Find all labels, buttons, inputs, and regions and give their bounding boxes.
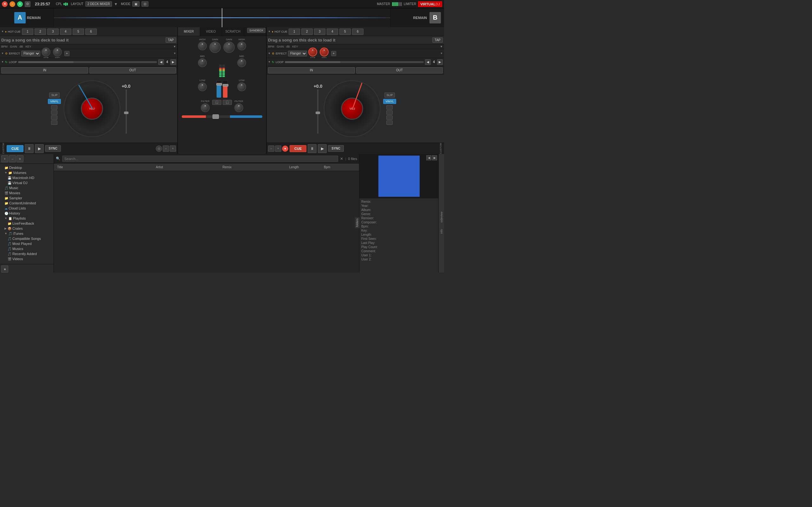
hp-btn-b[interactable]: 🎧 [223, 100, 232, 105]
plus-btn-a[interactable]: + [170, 146, 176, 152]
sidebar-item-playlists[interactable]: ▼ 📋 Playlists [0, 216, 54, 221]
loop-slider-a[interactable] [18, 61, 157, 63]
artwork-prev[interactable]: ◀ [426, 155, 432, 160]
minus-btn-a[interactable]: – [163, 146, 169, 152]
sidebar-item-contentunlimited[interactable]: 📁 ContentUnlimited [0, 201, 54, 206]
custom-label-a[interactable]: CUSTOM [1, 143, 5, 154]
cue-btn-5-b[interactable]: 5 [339, 29, 351, 35]
pause-button-b[interactable]: ⏸ [308, 144, 316, 153]
search-icon[interactable]: 🔍 [56, 157, 60, 161]
loop-slider-b[interactable] [285, 61, 424, 63]
vol-handle-b[interactable] [223, 84, 229, 87]
tab-video[interactable]: VIDEO [200, 27, 222, 36]
low-knob-a[interactable] [198, 82, 207, 91]
sidebar-item-sampler[interactable]: 📁 Sampler [0, 195, 54, 201]
mid-knob-b[interactable] [237, 58, 246, 67]
mode-button-1[interactable]: ▣ [132, 1, 140, 7]
cue-btn-2-a[interactable]: 2 [35, 29, 46, 35]
maximize-button[interactable]: + [17, 1, 23, 7]
record-btn-b[interactable]: ● [282, 146, 288, 152]
sidebar-item-videos[interactable]: 🎬 Videos [0, 257, 54, 262]
tap-button-a[interactable]: TAP [165, 38, 176, 43]
sidebar-item-recentlyadded[interactable]: 🎵 Recently Added [0, 251, 54, 257]
sidebar-item-movies[interactable]: 🎬 Movies [0, 190, 54, 195]
hp-btn-a[interactable]: 🎧 [212, 100, 221, 105]
cue-btn-6-a[interactable]: 6 [85, 29, 97, 35]
sandbox-button[interactable]: SANDBOX [247, 28, 265, 33]
out-button-b[interactable]: OUT [356, 67, 443, 73]
effect-select-a[interactable]: Flanger [21, 51, 40, 56]
slip-button-a[interactable]: SLIP [49, 93, 60, 98]
sidebar-item-volumes[interactable]: ▼ 📁 Volumes [0, 170, 54, 175]
col-header-artist[interactable]: Artist [154, 165, 221, 169]
deck-mode-arrow[interactable]: ▼ [114, 2, 118, 6]
minimize-button[interactable]: – [9, 1, 15, 7]
out-button-a[interactable]: OUT [90, 67, 176, 73]
small-btn-b-2[interactable] [386, 110, 393, 115]
small-btn-b-4[interactable] [386, 120, 393, 125]
sidebar-item-macintosh[interactable]: 💾 Macintosh HD [0, 175, 54, 180]
vol-fader-b[interactable] [223, 80, 228, 98]
add-effect-a[interactable]: + [64, 51, 69, 56]
sidebar-item-history[interactable]: 🕐 History [0, 211, 54, 216]
spd-knob-a[interactable]: SPD [53, 48, 62, 59]
pause-button-a[interactable]: ⏸ [25, 144, 34, 153]
settings-icon[interactable]: ⚙ [25, 1, 31, 7]
xfader-handle[interactable] [212, 114, 219, 119]
key-arrow-b[interactable]: ▼ [440, 45, 443, 48]
filter-knob-a[interactable] [201, 103, 210, 112]
loop-icon-btn-a[interactable]: ◎ [156, 146, 162, 152]
effect-arrow-b[interactable]: ▼ [440, 52, 443, 55]
high-knob-a[interactable] [198, 42, 207, 50]
expand-effect-a[interactable]: ▼ [1, 52, 4, 55]
pitch-track-b[interactable] [317, 89, 318, 134]
sidebar-item-musics[interactable]: 🎵 Musics [0, 246, 54, 251]
tab-scratch[interactable]: SCRATCH [222, 27, 244, 36]
sidebar-item-crates[interactable]: ▶ 📦 Crates [0, 226, 54, 231]
deck-mode-button[interactable]: 2 DECK MIXER [85, 1, 112, 7]
col-header-title[interactable]: Title [56, 165, 154, 169]
turntable-a[interactable]: VDJ [63, 80, 120, 137]
play-button-b[interactable]: ▶ [318, 144, 327, 153]
tap-button-b[interactable]: TAP [432, 38, 443, 43]
loop-next-a[interactable]: ▶ [170, 59, 176, 65]
str-knob-a[interactable]: STR [42, 48, 50, 59]
in-button-a[interactable]: IN [1, 67, 88, 73]
vinyl-button-b[interactable]: VINYL [383, 99, 396, 104]
waveform-center[interactable] [54, 8, 390, 27]
vol-handle-a[interactable] [216, 83, 222, 86]
sidebar-filter-btn[interactable]: ≡ [16, 155, 23, 162]
sidebar-add-btn[interactable]: + [1, 155, 8, 162]
sidebar-item-mostplayed[interactable]: 🎵 Most Played [0, 241, 54, 246]
sync-button-a[interactable]: SYNC [45, 145, 61, 152]
sidebar-item-cloudlists[interactable]: ☁ Cloud Lists [0, 206, 54, 211]
mid-knob-a[interactable] [198, 58, 207, 67]
col-header-bpm[interactable]: Bpm [322, 165, 357, 169]
xfader-track[interactable] [182, 115, 262, 118]
col-header-length[interactable]: Length [288, 165, 322, 169]
vinyl-button-a[interactable]: VINYL [48, 99, 61, 104]
small-btn-b-3[interactable] [386, 115, 393, 120]
small-btn-a-4[interactable] [51, 120, 57, 125]
low-knob-b[interactable] [237, 82, 246, 91]
sidebar-arrow-btn[interactable]: → [9, 155, 16, 162]
cue-btn-3-a[interactable]: 3 [47, 29, 59, 35]
mode-button-2[interactable]: ⊡ [142, 1, 148, 7]
pitch-track-a[interactable] [125, 89, 127, 134]
add-effect-b[interactable]: + [331, 51, 336, 56]
play-button-a[interactable]: ▶ [35, 144, 44, 153]
cue-btn-6-b[interactable]: 6 [352, 29, 363, 35]
high-knob-b[interactable] [237, 42, 246, 50]
sidebar-item-itunes[interactable]: ▼ 🎵 iTunes [0, 231, 54, 236]
close-button[interactable]: ✕ [2, 1, 8, 7]
small-btn-a-3[interactable] [51, 115, 57, 120]
sidebar-item-music[interactable]: 🎵 Music [0, 185, 54, 190]
small-btn-b-1[interactable] [386, 105, 393, 110]
turntable-b[interactable]: VDJ [323, 80, 380, 137]
plus-btn-b[interactable]: + [275, 146, 281, 152]
key-arrow-a[interactable]: ▼ [173, 45, 176, 48]
expand-loop-a[interactable]: ▼ [1, 60, 4, 63]
cue-btn-1-a[interactable]: 1 [22, 29, 33, 35]
sync-button-b[interactable]: SYNC [328, 145, 344, 152]
in-button-b[interactable]: IN [268, 67, 355, 73]
